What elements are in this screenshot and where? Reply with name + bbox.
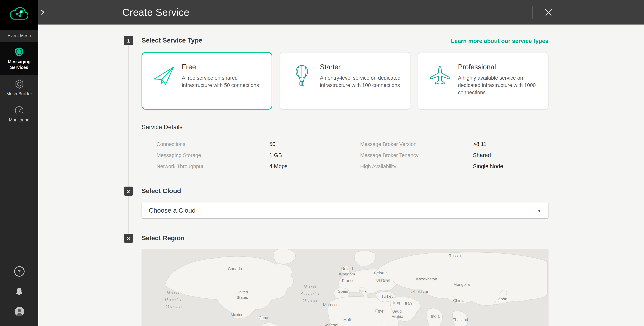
create-service-page: Event Mesh Messaging Services	[0, 0, 644, 326]
spec-row: High Availability Single Node	[360, 163, 548, 170]
chevron-down-icon: ▼	[537, 209, 541, 213]
step-2-section: 2 Select Cloud Choose a Cloud ▼	[142, 186, 548, 219]
learn-more-link[interactable]: Learn more about our service types	[451, 37, 548, 44]
map-label: Uzbekistan	[410, 289, 430, 294]
step-1-heading: 1 Select Service Type Learn more about o…	[142, 36, 548, 45]
service-type-card-free[interactable]: Free A free service on shared infrastruc…	[142, 52, 272, 110]
card-title: Free	[182, 63, 266, 71]
card-description: An entry-level service on dedicated infr…	[320, 75, 402, 89]
create-service-form: 1 Select Service Type Learn more about o…	[38, 24, 644, 326]
sidebar-item-label: Mesh Builder	[6, 91, 32, 97]
map-label: Turkey	[381, 294, 393, 299]
map-label: North Pacific Ocean	[165, 290, 183, 310]
map-label: Saudi Arabia	[392, 308, 403, 319]
step-1-section: 1 Select Service Type Learn more about o…	[142, 36, 548, 170]
sidebar-footer: ?	[0, 266, 38, 326]
spec-row: Message Broker Version >8.11	[360, 141, 548, 148]
map-label: United Kingdom	[339, 266, 355, 277]
header-actions	[532, 0, 644, 24]
sidebar-item-mesh-builder[interactable]: Mesh Builder	[0, 75, 38, 101]
spec-label: Messaging Storage	[156, 153, 269, 158]
gauge-icon	[14, 105, 24, 114]
airplane-icon	[424, 65, 456, 87]
service-details: Service Details Connections 50 Messaging…	[142, 123, 548, 170]
map-label: Ukraine	[376, 277, 390, 283]
map-label: Thailand	[452, 317, 468, 322]
map-label: Iran	[405, 300, 412, 306]
spec-value: 4 Mbps	[269, 163, 288, 169]
service-type-cards: Free A free service on shared infrastruc…	[142, 52, 548, 110]
step-2-badge: 2	[124, 186, 133, 196]
spec-label: Message Broker Version	[360, 141, 473, 147]
card-text: Starter An entry-level service on dedica…	[318, 59, 405, 89]
step-1-badge: 1	[124, 36, 133, 45]
spec-grid: Connections 50 Messaging Storage 1 GB Ne…	[142, 141, 548, 170]
map-label: Mongolia	[453, 282, 470, 287]
hexagon-icon	[15, 79, 24, 89]
step-3-title: Select Region	[142, 234, 185, 242]
service-type-card-starter[interactable]: Starter An entry-level service on dedica…	[280, 52, 410, 110]
map-label: North Atlantic Ocean	[300, 284, 321, 304]
world-map-illustration	[142, 249, 548, 326]
map-label: Kazakhstan	[416, 276, 437, 282]
solace-cloud-logo-icon	[9, 6, 29, 24]
spec-row: Messaging Storage 1 GB	[156, 152, 345, 159]
map-label: Egypt	[375, 308, 386, 313]
step-3-section: 3 Select Region	[142, 234, 548, 326]
spec-label: Message Broker Tenancy	[360, 153, 473, 158]
service-type-card-professional[interactable]: Professional A highly available service …	[418, 52, 548, 110]
bell-icon[interactable]	[15, 287, 24, 296]
card-text: Free A free service on shared infrastruc…	[180, 59, 266, 89]
close-icon[interactable]	[544, 7, 554, 17]
step-3-badge: 3	[124, 234, 133, 243]
service-details-title: Service Details	[142, 123, 548, 131]
spec-label: High Availability	[360, 163, 473, 169]
step-3-heading: 3 Select Region	[142, 234, 548, 243]
sidebar-nav: Event Mesh Messaging Services	[0, 30, 38, 127]
card-description: A highly available service on dedicated …	[458, 75, 540, 96]
sidebar-item-messaging-services[interactable]: Messaging Services	[0, 42, 38, 75]
map-label: Italy	[359, 288, 367, 293]
spec-column-left: Connections 50 Messaging Storage 1 GB Ne…	[142, 141, 345, 170]
map-label: Spain	[338, 289, 348, 294]
right-column: Create Service 1 Select Service Type Lea…	[38, 0, 644, 326]
spec-value: Single Node	[473, 163, 503, 169]
sidebar-item-label: Monitoring	[9, 117, 29, 123]
map-label: Morocco	[323, 302, 339, 307]
card-title: Starter	[320, 63, 405, 71]
card-title: Professional	[458, 63, 543, 71]
map-label: Cuba	[258, 315, 268, 320]
sidebar-item-label: Messaging Services	[2, 59, 37, 70]
spec-label: Network Throughput	[156, 163, 269, 169]
map-label: Mexico	[230, 312, 243, 317]
user-avatar-icon[interactable]	[14, 307, 24, 317]
card-description: A free service on shared infrastructure …	[182, 75, 264, 89]
map-label: United States	[236, 289, 248, 300]
step-2-title: Select Cloud	[142, 187, 181, 195]
help-glyph: ?	[18, 268, 21, 275]
chevron-right-icon[interactable]	[39, 8, 46, 16]
map-label: Russia	[448, 253, 461, 258]
sidebar-item-monitoring[interactable]: Monitoring	[0, 101, 38, 127]
map-label: France	[342, 278, 354, 283]
map-label: Canada	[228, 266, 242, 271]
card-text: Professional A highly available service …	[456, 59, 543, 96]
header-divider	[532, 6, 533, 19]
sidebar-item-event-mesh[interactable]: Event Mesh	[0, 30, 38, 42]
spec-label: Connections	[156, 141, 269, 147]
map-label: India	[431, 313, 440, 319]
help-icon[interactable]: ?	[14, 266, 24, 277]
logo-block[interactable]	[0, 0, 38, 30]
paper-plane-icon	[147, 65, 180, 86]
cloud-select-value: Choose a Cloud	[149, 207, 196, 214]
hot-air-balloon-icon	[285, 65, 318, 87]
region-map[interactable]: RussiaCanadaUnited KingdomBelarusFranceU…	[142, 249, 548, 326]
map-label: China	[453, 298, 464, 303]
cloud-select[interactable]: Choose a Cloud ▼	[142, 203, 548, 219]
spec-value: >8.11	[473, 141, 486, 147]
sidebar: Event Mesh Messaging Services	[0, 0, 38, 326]
map-label: Senegal	[323, 322, 338, 326]
step-2-heading: 2 Select Cloud	[142, 186, 548, 196]
spec-value: 50	[269, 141, 276, 147]
shield-icon	[15, 47, 24, 56]
